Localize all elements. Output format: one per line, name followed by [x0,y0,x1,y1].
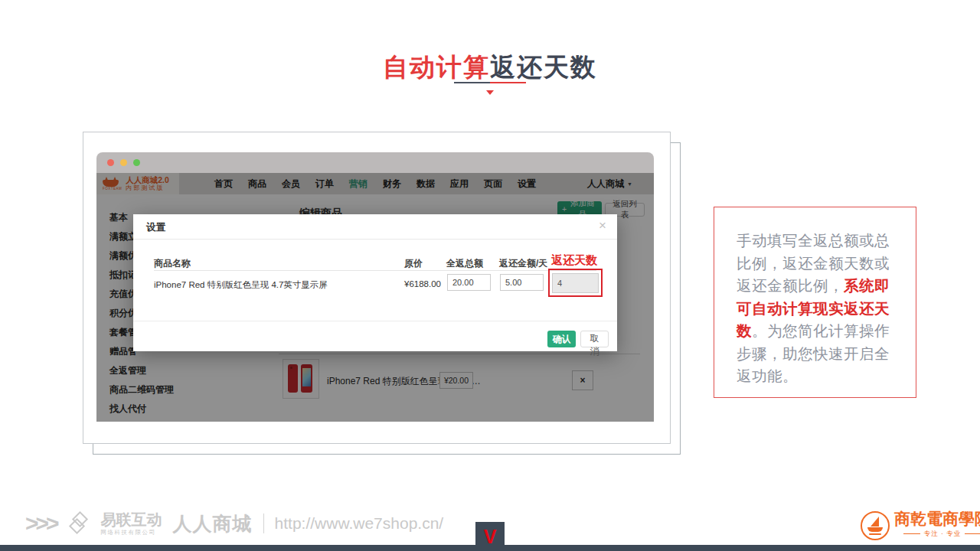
boat-icon [861,511,890,540]
yilian-logo-icon [70,514,90,533]
close-window-button[interactable] [107,159,114,166]
slide-title-red: 自动计算 [383,53,490,81]
website-url: http://www.we7shop.cn/ [275,514,444,533]
academy-name: 商乾電商學院 [894,511,980,527]
partner-logo-subtext: 网络科技有限公司 [101,530,162,536]
col-header-return-days-highlighted: 返还天数 [551,253,597,268]
screenshot-card: FOXTEAM 人人商城2.0 内部测试版 首页 商品 会员 订单 营销 财务 … [83,132,671,444]
note-text-after: 。为您简化计算操作步骤，助您快速开启全返功能。 [737,322,890,384]
row-original-price: ¥6188.00 [404,279,441,289]
total-return-input[interactable] [447,274,491,291]
col-header-product-name: 商品名称 [154,257,191,270]
settings-modal: 设置 × 商品名称 原价 全返总额 返还金额/天 返还天数 iPhone7 Re… [133,214,617,351]
v-letter: V [484,527,497,546]
cancel-button[interactable]: 取消 [580,331,609,347]
window-titlebar [96,152,654,173]
amount-per-day-input[interactable] [500,274,544,291]
col-header-total-return: 全返总额 [446,257,483,270]
modal-header: 设置 × [133,214,617,240]
return-days-input-readonly[interactable] [552,273,599,293]
chevrons-icon: >>> [25,512,60,535]
table-header-divider [154,270,596,271]
col-header-amount-per-day: 返还金额/天 [499,257,547,270]
academy-logo: 商乾電商學院 专注 · 专业 [861,511,980,540]
minimize-window-button[interactable] [120,159,127,166]
row-product-name: iPhone7 Red 特别版红色呈现 4.7英寸显示屏 [154,279,328,291]
maximize-window-button[interactable] [133,159,140,166]
confirm-button[interactable]: 确认 [547,331,576,347]
slide-title-dark: 返还天数 [490,53,597,81]
v-badge: V [475,522,505,551]
modal-title: 设置 [146,221,165,234]
close-icon[interactable]: × [599,219,606,232]
slogan-dash-left [903,533,920,534]
note-text: 手动填写全返总额或总比例，返还金额天数或返还金额比例，系统即可自动计算现实返还天… [737,230,891,388]
col-header-price: 原价 [404,257,423,270]
slogan-dash-right [965,533,980,534]
renren-shop-logo-text: 人人商城 [173,511,253,536]
academy-slogan: 专注 · 专业 [924,530,962,537]
note-panel: 手动填写全返总额或总比例，返还金额天数或返还金额比例，系统即可自动计算现实返还天… [714,207,916,398]
title-caret-icon [486,90,494,95]
footer-divider [263,514,264,533]
footer-brand-strip: >>> 易联互动 网络科技有限公司 人人商城 http://www.we7sho… [25,508,443,539]
table-bottom-divider [133,321,617,321]
slide-title: 自动计算返还天数 [0,51,980,85]
title-underline [454,82,526,83]
partner-logo-text: 易联互动 [101,512,162,527]
